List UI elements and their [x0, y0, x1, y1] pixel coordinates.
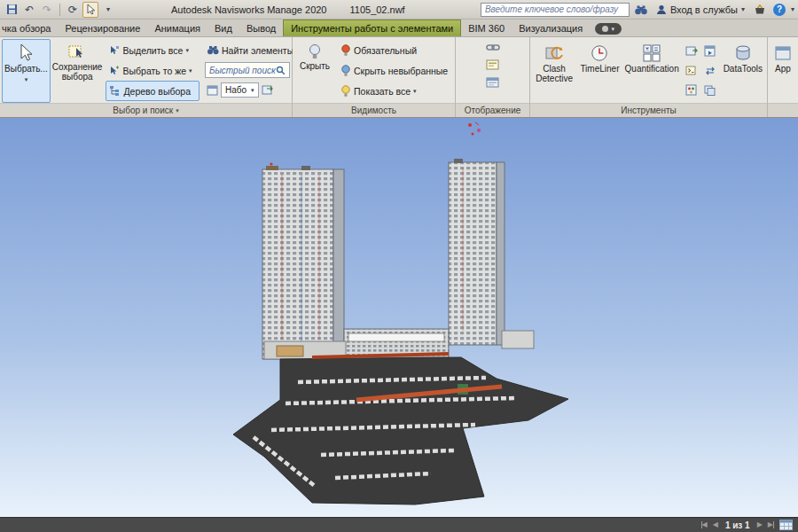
hide-unselected-label: Скрыть невыбранные	[354, 66, 448, 76]
batch-utility-icon[interactable]	[701, 81, 719, 99]
links-button[interactable]	[485, 39, 501, 55]
find-items-button[interactable]: Найти элементы	[203, 40, 288, 60]
app-store-button[interactable]	[752, 2, 768, 18]
group-tools: Clash Detective TimeLiner Quantification	[530, 37, 768, 117]
select-same-label: Выбрать то же	[122, 66, 186, 76]
tab-viewpoint[interactable]: чка обзора	[0, 20, 58, 36]
clash-detective-button[interactable]: Clash Detective	[532, 39, 576, 103]
help-icon: ?	[773, 4, 786, 16]
properties-button[interactable]	[485, 74, 501, 90]
sign-in-label: Вход в службы	[670, 4, 738, 15]
quick-find-placeholder: Быстрый поиск	[209, 66, 276, 75]
last-sheet-button[interactable]: ▶	[768, 521, 774, 528]
hide-label: Скрыть	[300, 62, 330, 72]
qat-customize-button[interactable]: ▾	[100, 2, 116, 18]
selection-tree-button[interactable]: Дерево выбора	[106, 81, 200, 101]
properties-window-icon	[486, 77, 499, 88]
chevron-down-icon: ▾	[176, 107, 179, 114]
select-same-button[interactable]: Выбрать то же ▾	[106, 60, 200, 81]
nav-next-icon: ▶	[757, 521, 763, 528]
tab-animation[interactable]: Анимация	[147, 20, 207, 36]
group-apps-partial: App	[768, 37, 798, 117]
search-input[interactable]	[481, 3, 630, 17]
find-column: Найти элементы Быстрый поиск Набо	[201, 39, 290, 103]
animator-icon[interactable]	[701, 42, 719, 60]
quick-find-input[interactable]: Быстрый поиск	[205, 62, 290, 78]
sets-window-icon	[207, 85, 218, 96]
save-selection-label: Сохранение выбора	[52, 63, 103, 82]
hide-unselected-button[interactable]: Скрыть невыбранные	[337, 60, 449, 81]
datatools-button[interactable]: DataTools	[721, 39, 765, 103]
group-label-select-and-search[interactable]: Выбор и поиск ▾	[0, 103, 292, 117]
tab-view[interactable]: Вид	[207, 20, 239, 36]
group-label-text: Видимость	[351, 106, 396, 115]
sets-value: Набо	[225, 85, 246, 95]
help-button[interactable]: ?	[771, 2, 787, 18]
select-same-icon	[109, 66, 120, 76]
hide-unselected-bulb-icon	[340, 65, 351, 77]
chain-link-icon	[486, 43, 500, 52]
tab-output[interactable]: Вывод	[239, 20, 283, 36]
compare-icon[interactable]	[701, 61, 719, 80]
redline-marker	[468, 122, 481, 136]
title-bar-right: Вход в службы ▾ ? ▾	[481, 2, 794, 18]
require-bulb-icon	[340, 44, 351, 57]
tab-render[interactable]: Визуализация	[512, 20, 590, 36]
refresh-button[interactable]: ⟳	[65, 2, 81, 18]
save-icon	[6, 4, 18, 15]
quick-properties-icon	[486, 59, 499, 70]
appearance-profiler-icon[interactable]	[683, 81, 700, 99]
group-label-apps	[768, 103, 798, 117]
binoculars-icon	[207, 45, 219, 55]
sheet-indicator: 1 из 1	[725, 520, 750, 530]
app-title: Autodesk Navisworks Manage 2020	[171, 4, 326, 15]
tab-item-tools[interactable]: Инструменты работы с элементами	[283, 20, 461, 36]
select-button[interactable]: Выбрать... ▾	[2, 39, 51, 103]
building-model	[0, 118, 798, 517]
nav-prev-icon: ◀	[713, 521, 718, 528]
hide-bulb-icon	[308, 43, 322, 60]
quick-properties-button[interactable]	[485, 57, 501, 73]
sets-manage-icon[interactable]	[262, 84, 274, 96]
unhide-all-button[interactable]: Показать все ▾	[337, 81, 449, 101]
tab-review[interactable]: Рецензирование	[58, 20, 147, 36]
unhide-all-bulb-icon	[340, 85, 351, 98]
app-manager-button[interactable]: App	[770, 39, 796, 103]
select-tool-button[interactable]	[82, 2, 98, 18]
scripter-icon[interactable]	[683, 61, 700, 80]
chevron-down-icon: ▾	[25, 76, 28, 82]
tab-bim360[interactable]: BIM 360	[461, 20, 512, 36]
group-label-display: Отображение	[456, 103, 529, 117]
nav-first-icon: ◀	[702, 521, 708, 528]
select-all-button[interactable]: Выделить все ▾	[106, 40, 200, 60]
refresh-icon: ⟳	[68, 4, 77, 15]
title-bar: ↶ ↷ ⟳ ▾ Autodesk Navisworks Manage 2020 …	[0, 0, 798, 20]
ribbon-options-button[interactable]: ▾	[595, 23, 622, 35]
sets-dropdown[interactable]: Набо ▾	[221, 82, 259, 98]
chevron-down-icon: ▾	[791, 6, 794, 13]
next-sheet-button[interactable]: ▶	[757, 521, 763, 528]
sheet-browser-button[interactable]	[779, 520, 793, 530]
require-label: Обязательный	[354, 45, 417, 56]
app-manager-label: App	[775, 65, 791, 74]
hide-button[interactable]: Скрыть	[294, 39, 335, 103]
save-button[interactable]	[4, 2, 20, 18]
first-sheet-button[interactable]: ◀	[701, 521, 708, 528]
redo-button[interactable]: ↷	[39, 2, 55, 18]
require-button[interactable]: Обязательный	[337, 40, 449, 60]
search-button[interactable]	[633, 2, 649, 18]
viewport-3d[interactable]	[0, 118, 798, 517]
undo-button[interactable]: ↶	[21, 2, 37, 18]
timeliner-button[interactable]: TimeLiner	[576, 39, 622, 103]
quantification-button[interactable]: Quantification	[623, 39, 681, 103]
rendering-icon[interactable]	[683, 42, 700, 60]
parking-deck	[233, 354, 568, 505]
find-items-label: Найти элементы	[222, 45, 293, 56]
group-label-text: Отображение	[465, 106, 521, 115]
save-selection-button[interactable]: Сохранение выбора	[51, 39, 105, 103]
previous-sheet-button[interactable]: ◀	[713, 521, 718, 528]
selection-tree-icon	[109, 85, 121, 97]
magnifier-icon	[276, 66, 286, 75]
save-selection-icon	[68, 43, 86, 61]
sign-in-button[interactable]: Вход в службы ▾	[653, 2, 748, 18]
